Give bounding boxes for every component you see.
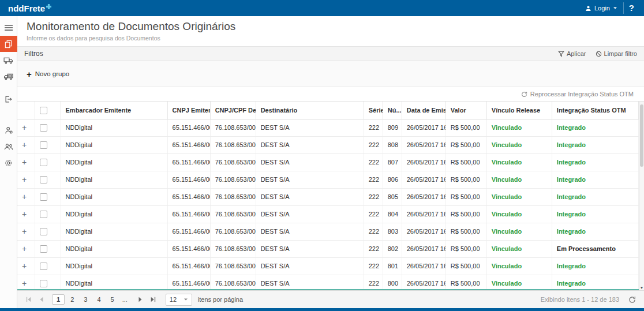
cell-cnpj-destinatario: 76.108.653/0001... [210, 171, 256, 188]
new-group-button[interactable]: + Novo grupo [27, 70, 69, 78]
user-icon [585, 5, 591, 12]
expand-row-button[interactable]: + [22, 210, 27, 218]
clear-filter-button[interactable]: Limpar filtro [596, 50, 637, 57]
column-integracao-status-otm[interactable]: Integração Status OTM [552, 102, 638, 119]
login-button[interactable]: Login [579, 5, 623, 12]
row-checkbox[interactable] [40, 245, 47, 253]
page-number-button[interactable]: 3 [80, 295, 91, 304]
cell-embarcador-emitente: NDDigital [61, 171, 167, 188]
expand-row-button[interactable]: + [22, 141, 27, 149]
user-finance-icon[interactable] [0, 122, 17, 138]
column-vinculo-release[interactable]: Vínculo Release [486, 102, 552, 119]
row-checkbox[interactable] [40, 193, 47, 201]
apply-filter-button[interactable]: Aplicar [558, 50, 586, 57]
cell-data-emissao: 26/05/2017 16:20 [402, 257, 445, 275]
users-group-icon[interactable] [0, 138, 17, 155]
settings-gear-icon[interactable] [0, 155, 17, 171]
first-page-button[interactable] [23, 294, 35, 305]
refresh-icon [628, 296, 636, 303]
row-checkbox[interactable] [40, 159, 47, 166]
row-checkbox[interactable] [40, 124, 47, 132]
cell-valor: R$ 500,00 [445, 171, 486, 188]
row-checkbox[interactable] [40, 228, 47, 235]
page-size-dropdown[interactable]: 12 [166, 294, 192, 306]
expand-row-button[interactable]: + [22, 158, 27, 166]
next-page-button[interactable] [134, 294, 146, 305]
row-checkbox[interactable] [40, 280, 47, 287]
expand-row-button[interactable]: + [22, 245, 27, 253]
column-destinatario[interactable]: Destinatário [256, 102, 364, 119]
last-page-button[interactable] [147, 294, 159, 305]
cell-embarcador-emitente: NDDigital [61, 223, 167, 240]
checkbox-cell [35, 188, 61, 205]
cell-data-emissao: 26/05/2017 16:20 [402, 240, 445, 257]
expand-cell: + [17, 136, 35, 153]
column-valor[interactable]: Valor [445, 102, 486, 119]
cell-numero: 801 [383, 257, 402, 275]
page-number-button[interactable]: 2 [66, 295, 78, 304]
scrollbar-down-arrow[interactable]: ▼ [639, 286, 644, 290]
cell-vinculo-release: Vinculado [486, 223, 552, 240]
export-icon[interactable] [0, 91, 17, 107]
expand-row-button[interactable]: + [22, 279, 27, 287]
cell-data-emissao: 26/05/2017 16:20 [402, 153, 445, 171]
row-checkbox[interactable] [40, 176, 47, 183]
cell-vinculo-release: Vinculado [486, 153, 552, 171]
cell-cnpj-emitente: 65.151.466/0001... [167, 188, 210, 205]
truck-icon[interactable] [0, 52, 17, 68]
sidebar [0, 16, 17, 308]
cell-serie: 222 [364, 205, 383, 223]
more-pages-button[interactable]: ... [120, 295, 130, 304]
scrollbar-thumb[interactable] [640, 104, 643, 167]
column-data-emissao[interactable]: Data de Emissão [402, 102, 445, 119]
column-cnpj-emitente[interactable]: CNPJ Emitente [167, 102, 210, 119]
cell-integracao-status-otm: Integrado [552, 171, 638, 188]
previous-page-button[interactable] [36, 294, 47, 305]
expand-cell: + [17, 171, 35, 188]
header-checkbox-cell [35, 102, 61, 119]
page-number-button[interactable]: 5 [107, 295, 118, 304]
column-embarcador-emitente[interactable]: Embarcador Emitente [61, 102, 167, 119]
refresh-grid-button[interactable] [628, 296, 636, 303]
menu-icon[interactable] [0, 20, 17, 36]
cell-data-emissao: 26/05/2017 16:20 [402, 188, 445, 205]
cell-embarcador-emitente: NDDigital [61, 257, 167, 275]
cell-numero: 805 [383, 188, 402, 205]
delivery-truck-icon[interactable] [0, 68, 17, 84]
cell-destinatario: DEST S/A [256, 257, 364, 275]
column-numero[interactable]: Nú... [383, 102, 402, 119]
expand-row-button[interactable]: + [22, 262, 27, 270]
cell-integracao-status-otm: Integrado [552, 257, 638, 275]
expand-row-button[interactable]: + [22, 175, 27, 183]
checkbox-cell [35, 205, 61, 223]
row-checkbox[interactable] [40, 263, 47, 270]
documents-monitor-icon[interactable] [0, 36, 17, 52]
page-number-button[interactable]: 4 [93, 295, 104, 304]
cell-valor: R$ 500,00 [445, 119, 486, 136]
select-all-checkbox[interactable] [40, 107, 47, 114]
cell-cnpj-emitente: 65.151.466/0001... [167, 240, 210, 257]
expand-row-button[interactable]: + [22, 193, 27, 201]
column-serie[interactable]: Série [364, 102, 383, 119]
expand-row-button[interactable]: + [22, 227, 27, 235]
cell-embarcador-emitente: NDDigital [61, 119, 167, 136]
chevron-down-icon [613, 6, 617, 10]
cell-cnpj-destinatario: 76.108.653/0001... [210, 223, 256, 240]
cell-integracao-status-otm: Integrado [552, 136, 638, 153]
row-checkbox[interactable] [40, 141, 47, 149]
table-row: +NDDigital65.151.466/0001...76.108.653/0… [17, 275, 639, 290]
cell-integracao-status-otm: Integrado [552, 223, 638, 240]
brand-plus-icon [46, 4, 51, 9]
expand-cell: + [17, 223, 35, 240]
new-group-label: Novo grupo [35, 70, 69, 77]
cell-valor: R$ 500,00 [445, 240, 486, 257]
page-number-button[interactable]: 1 [52, 294, 65, 305]
table-row: +NDDigital65.151.466/0001...76.108.653/0… [17, 257, 639, 275]
row-checkbox[interactable] [40, 211, 47, 218]
reprocess-link[interactable]: Reprocessar Integração Status OTM [521, 91, 634, 98]
vertical-scrollbar[interactable]: ▼ [639, 102, 644, 290]
column-cnpj-destinatario[interactable]: CNPJ/CPF Dest... [210, 102, 256, 119]
help-button[interactable]: ? [623, 2, 639, 14]
cell-cnpj-emitente: 65.151.466/0001... [167, 119, 210, 136]
expand-row-button[interactable]: + [22, 123, 27, 132]
